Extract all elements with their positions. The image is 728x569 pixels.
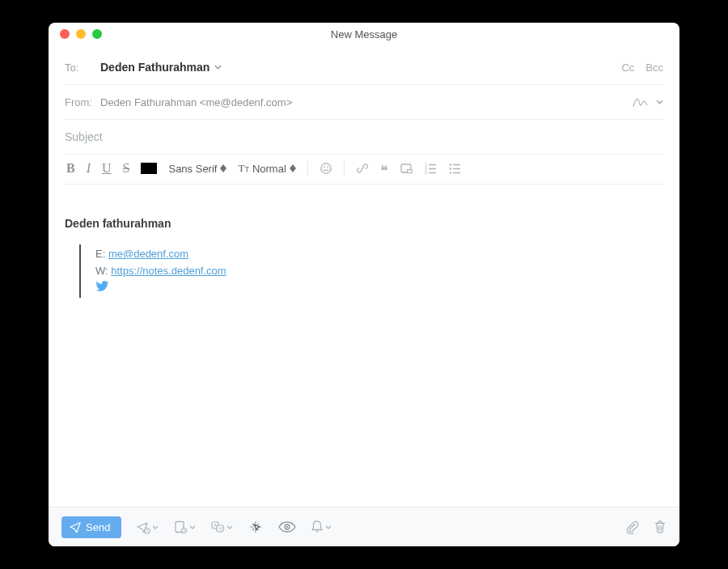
font-family-label: Sans Serif <box>168 163 217 175</box>
discard-button[interactable] <box>654 520 667 534</box>
signature-name: Deden fathurahman <box>65 217 663 230</box>
chevron-down-icon <box>189 525 196 529</box>
message-header: To: Deden Fathurahman Cc Bcc From: Deden… <box>49 45 679 185</box>
message-body[interactable]: Deden fathurahman E: me@dedenf.com W: ht… <box>49 185 679 507</box>
chevron-down-icon <box>226 525 233 529</box>
send-icon <box>70 521 81 533</box>
to-recipient-name: Deden Fathurahman <box>100 61 210 74</box>
font-size-select[interactable]: TT Normal <box>238 162 295 175</box>
to-row: To: Deden Fathurahman Cc Bcc <box>65 50 663 85</box>
code-block-button[interactable] <box>400 162 413 175</box>
minimize-window-button[interactable] <box>76 29 86 39</box>
bold-button[interactable]: B <box>66 162 75 175</box>
svg-point-0 <box>321 163 331 173</box>
twitter-icon[interactable] <box>95 280 663 297</box>
close-window-button[interactable] <box>60 29 70 39</box>
bullet-list-button[interactable] <box>448 162 461 175</box>
text-color-button[interactable] <box>141 163 157 174</box>
svg-point-1 <box>324 167 325 168</box>
window-title: New Message <box>49 28 679 40</box>
reminder-button[interactable] <box>173 520 196 534</box>
font-size-label: Normal <box>252 163 286 175</box>
chevron-down-icon <box>214 65 222 70</box>
signature-email-line: E: me@dedenf.com <box>95 246 663 263</box>
tracking-button[interactable] <box>248 519 264 535</box>
signature-web-label: W: <box>95 265 108 277</box>
attach-button[interactable] <box>624 520 639 534</box>
sort-caret-icon <box>220 164 226 172</box>
svg-point-12 <box>450 168 451 169</box>
zoom-window-button[interactable] <box>92 29 102 39</box>
svg-point-2 <box>327 167 328 168</box>
send-button[interactable]: Send <box>61 516 121 538</box>
to-recipient-chip[interactable]: Deden Fathurahman <box>100 61 222 74</box>
from-label: From: <box>65 96 100 108</box>
strikethrough-button[interactable]: S <box>123 162 130 175</box>
signature-picker[interactable] <box>632 95 663 109</box>
compose-window: New Message To: Deden Fathurahman Cc Bcc… <box>49 23 679 546</box>
italic-button[interactable]: I <box>87 162 91 175</box>
svg-point-13 <box>450 172 451 173</box>
svg-point-25 <box>286 526 288 528</box>
to-label: To: <box>65 62 100 74</box>
underline-button[interactable]: U <box>102 162 112 175</box>
editor-toolbar: B I U S Sans Serif TT Normal <box>65 155 663 185</box>
svg-text:文: 文 <box>218 526 222 531</box>
chevron-down-icon <box>152 525 159 529</box>
svg-rect-4 <box>407 170 412 173</box>
compose-footer: Send A文 <box>49 507 679 546</box>
signature-icon <box>632 95 651 109</box>
svg-point-11 <box>450 163 451 165</box>
window-controls <box>49 29 102 39</box>
read-receipt-button[interactable] <box>278 520 296 533</box>
send-later-button[interactable] <box>136 520 159 534</box>
bcc-button[interactable]: Bcc <box>645 62 663 74</box>
signature-block: E: me@dedenf.com W: https://notes.dedenf… <box>79 244 663 298</box>
cc-button[interactable]: Cc <box>621 62 634 74</box>
separator <box>344 161 345 176</box>
signature-email-label: E: <box>95 248 105 260</box>
titlebar: New Message <box>49 23 679 45</box>
from-row: From: Deden Fathurahman <me@dedenf.com> <box>65 85 663 120</box>
chevron-down-icon <box>325 525 332 529</box>
quote-button[interactable]: ❝ <box>380 162 388 180</box>
link-button[interactable] <box>356 162 369 175</box>
send-label: Send <box>86 521 110 533</box>
from-value: Deden Fathurahman <me@dedenf.com> <box>100 96 292 108</box>
separator <box>307 161 308 176</box>
sort-caret-icon <box>290 164 296 172</box>
numbered-list-button[interactable]: 123 <box>424 162 437 175</box>
signature-web-line: W: https://notes.dedenf.com <box>95 263 663 280</box>
chevron-down-icon <box>656 100 663 104</box>
subject-row <box>65 120 663 155</box>
translate-button[interactable]: A文 <box>210 520 233 534</box>
font-family-select[interactable]: Sans Serif <box>168 163 226 175</box>
svg-text:3: 3 <box>425 170 427 175</box>
notify-button[interactable] <box>311 520 332 534</box>
signature-web-link[interactable]: https://notes.dedenf.com <box>111 265 226 277</box>
subject-input[interactable] <box>65 122 663 151</box>
emoji-button[interactable] <box>320 162 332 175</box>
signature-email-link[interactable]: me@dedenf.com <box>108 248 188 260</box>
